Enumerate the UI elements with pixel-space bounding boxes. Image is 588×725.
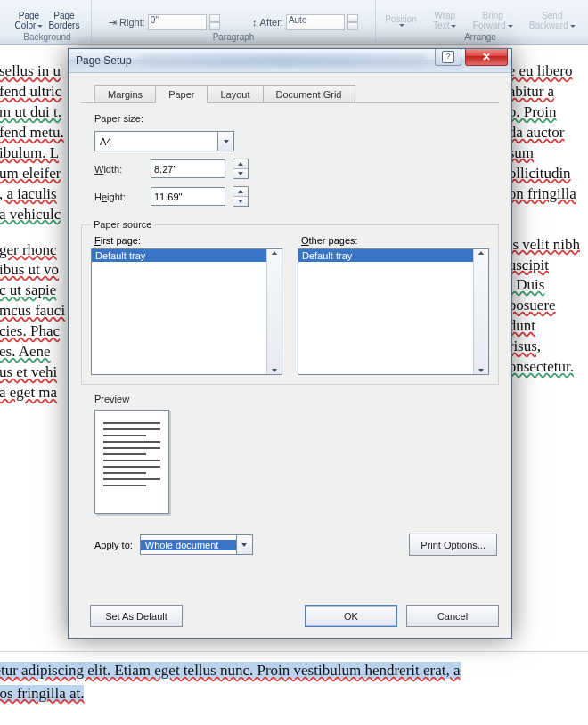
after-label: After: bbox=[260, 17, 283, 28]
list-item[interactable]: Default tray bbox=[92, 249, 266, 262]
other-pages-label: Other pages: bbox=[301, 235, 489, 246]
spacing-after-icon: ↕ bbox=[252, 17, 257, 28]
wrap-text-button: WrapText bbox=[433, 11, 456, 30]
spacing-after-spin[interactable] bbox=[347, 14, 358, 30]
ok-button[interactable]: OK bbox=[305, 605, 397, 627]
titlebar[interactable]: Page Setup ? ✕ bbox=[69, 49, 511, 73]
group-background: Background bbox=[7, 32, 87, 42]
tab-margins[interactable]: Margins bbox=[94, 85, 156, 102]
tab-layout[interactable]: Layout bbox=[207, 85, 263, 102]
scrollbar[interactable] bbox=[473, 249, 488, 374]
apply-to-label: Apply to: bbox=[81, 540, 140, 550]
height-spinner[interactable] bbox=[233, 186, 249, 207]
right-label: Right: bbox=[119, 17, 145, 28]
indent-right-spin[interactable] bbox=[209, 14, 220, 30]
tab-paper[interactable]: Paper bbox=[155, 85, 208, 103]
doc-bottom-line-2: us eros fringilla at. bbox=[0, 685, 84, 702]
paper-size-label: Paper size: bbox=[81, 113, 499, 124]
group-paragraph: Paragraph bbox=[95, 32, 372, 42]
paper-source-legend: Paper source bbox=[91, 219, 154, 230]
send-backward-button: SendBackward bbox=[529, 11, 576, 30]
close-icon: ✕ bbox=[482, 51, 491, 63]
tab-row: Margins Paper Layout Document Grid bbox=[81, 81, 499, 103]
tab-document-grid[interactable]: Document Grid bbox=[263, 85, 355, 102]
help-button[interactable]: ? bbox=[435, 49, 461, 66]
page-color-button[interactable]: Page Color bbox=[15, 11, 44, 30]
paper-size-combo[interactable]: A4 bbox=[94, 131, 234, 151]
scroll-up-icon bbox=[272, 251, 277, 255]
apply-to-combo[interactable]: Whole document bbox=[140, 534, 253, 555]
width-input[interactable]: 8.27" bbox=[151, 159, 225, 178]
page-setup-dialog: Page Setup ? ✕ Margins Paper Layout Docu… bbox=[68, 48, 512, 639]
titlebar-blur bbox=[141, 54, 426, 67]
close-button[interactable]: ✕ bbox=[465, 49, 508, 66]
cancel-button[interactable]: Cancel bbox=[406, 605, 499, 627]
indent-right-icon: ⇥ bbox=[109, 17, 117, 29]
width-label: Width: bbox=[81, 164, 143, 175]
width-spinner[interactable] bbox=[233, 159, 249, 179]
scrollbar[interactable] bbox=[266, 249, 282, 374]
scroll-up-icon bbox=[478, 251, 484, 255]
first-page-listbox[interactable]: Default tray bbox=[91, 248, 282, 375]
scroll-down-icon bbox=[478, 369, 484, 372]
print-options-button[interactable]: Print Options... bbox=[409, 534, 497, 556]
group-arrange: Arrange bbox=[380, 32, 581, 42]
bring-forward-button: BringForward bbox=[473, 11, 513, 30]
paper-source-group: Paper source First page: Default tray bbox=[81, 219, 499, 385]
scroll-down-icon bbox=[272, 369, 277, 372]
preview-thumbnail bbox=[94, 410, 169, 514]
doc-bottom-line-1: sectetur adipiscing elit. Etiam eget tel… bbox=[0, 662, 461, 679]
indent-right-input[interactable]: 0" bbox=[148, 14, 207, 30]
preview-label: Preview bbox=[81, 394, 499, 404]
spacing-after-input[interactable]: Auto bbox=[286, 14, 345, 30]
help-icon: ? bbox=[442, 51, 454, 63]
position-button: Position bbox=[385, 14, 417, 27]
dialog-title: Page Setup bbox=[76, 54, 132, 67]
set-as-default-button[interactable]: Set As Default bbox=[90, 605, 183, 627]
chevron-down-icon bbox=[236, 535, 252, 554]
first-page-label: First page: bbox=[94, 235, 282, 246]
height-input[interactable]: 11.69" bbox=[151, 187, 225, 206]
chevron-down-icon bbox=[217, 132, 233, 151]
height-label: Height: bbox=[81, 191, 143, 202]
page-borders-button[interactable]: Page Borders bbox=[48, 11, 79, 30]
other-pages-listbox[interactable]: Default tray bbox=[298, 248, 489, 375]
ribbon: Page Color Page Borders Background ⇥ Rig… bbox=[0, 0, 588, 45]
list-item[interactable]: Default tray bbox=[298, 249, 473, 262]
